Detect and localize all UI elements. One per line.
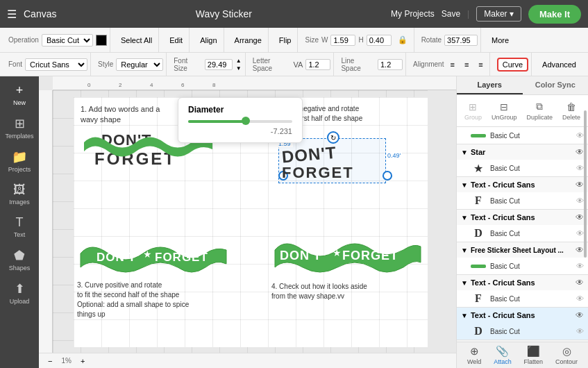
color-swatch[interactable] xyxy=(96,35,107,46)
arrange-button[interactable]: Arrange xyxy=(231,34,265,47)
chevron-down-icon-f1: ▼ xyxy=(461,181,468,189)
diameter-slider-thumb[interactable] xyxy=(242,117,250,125)
my-projects-button[interactable]: My Projects xyxy=(391,9,435,19)
maker-button[interactable]: Maker ▾ xyxy=(476,6,521,22)
layer-group-header-sticker[interactable]: ▼ Free Sticker Sheet Layout ... 👁 xyxy=(457,242,588,258)
eye-icon-d2-item[interactable]: 👁 xyxy=(576,327,584,335)
layer-item-basic-cut-0[interactable]: Basic Cut 👁 xyxy=(457,127,588,144)
font-size-up-button[interactable]: ▲ xyxy=(235,57,242,64)
sidebar-item-images[interactable]: 🖼 Images xyxy=(0,178,39,210)
layer-item-d2[interactable]: D Basic Cut 👁 xyxy=(457,323,588,340)
contour-button[interactable]: ◎ Contour xyxy=(551,344,582,367)
canvas-bottom-bar: − 1% + xyxy=(39,353,456,368)
eye-icon-f1[interactable]: 👁 xyxy=(576,180,584,190)
layer-name-sticker: Basic Cut xyxy=(490,262,572,270)
menu-icon[interactable]: ☰ xyxy=(7,8,17,21)
eye-icon-d1[interactable]: 👁 xyxy=(576,212,584,222)
layer-group-header-f1[interactable]: ▼ Text - Cricut Sans 👁 xyxy=(457,177,588,192)
layer-item-sticker[interactable]: Basic Cut 👁 xyxy=(457,258,588,274)
sidebar-item-new[interactable]: + New xyxy=(0,79,39,110)
flip-button[interactable]: Flip xyxy=(276,34,295,47)
eye-icon-f2-item[interactable]: 👁 xyxy=(576,294,584,303)
layer-group-header-d1[interactable]: ▼ Text - Cricut Sans 👁 xyxy=(457,210,588,225)
align-group: Align xyxy=(194,28,224,52)
font-size-input[interactable] xyxy=(205,59,233,70)
layer-group-header-star[interactable]: ▼ Star 👁 xyxy=(457,144,588,160)
shapes-icon: ⬟ xyxy=(14,248,25,263)
layer-thumb-star: ★ xyxy=(471,162,486,174)
curve-button[interactable]: Curve xyxy=(497,58,528,72)
weld-button[interactable]: ⊕ Weld xyxy=(463,344,485,367)
eye-icon-f2[interactable]: 👁 xyxy=(576,278,584,287)
style-select[interactable]: Regular xyxy=(116,58,163,71)
zoom-in-button[interactable]: + xyxy=(77,355,88,367)
ungroup-button[interactable]: ⊟ UnGroup xyxy=(489,100,520,122)
eye-icon-sticker[interactable]: 👁 xyxy=(576,245,584,255)
eye-icon-star[interactable]: 👁 xyxy=(576,147,584,157)
layers-scrollbar[interactable] xyxy=(584,127,587,258)
duplicate-button[interactable]: ⧉ Duplicate xyxy=(523,99,555,122)
align-button[interactable]: Align xyxy=(196,34,220,47)
align-left-button[interactable]: ≡ xyxy=(446,58,457,71)
select-all-button[interactable]: Select All xyxy=(117,34,156,47)
flatten-button[interactable]: ⬛ Flatten xyxy=(520,344,548,367)
sidebar-item-label: New xyxy=(13,99,26,106)
font-select[interactable]: Cricut Sans xyxy=(25,58,87,71)
letter-space-va: VA xyxy=(294,60,303,69)
align-right-button[interactable]: ≡ xyxy=(475,58,486,71)
more-button[interactable]: More xyxy=(488,34,512,47)
tab-color-sync[interactable]: Color Sync xyxy=(523,76,589,94)
canvas-area[interactable]: 0 2 4 6 8 1. Add two words and a wavy sh… xyxy=(39,76,456,368)
group-button[interactable]: ⊞ Group xyxy=(462,100,485,122)
rotate-input[interactable] xyxy=(444,35,478,46)
rotate-label: Rotate xyxy=(421,36,442,44)
font-size-down-button[interactable]: ▼ xyxy=(235,65,242,72)
eye-icon-d2[interactable]: 👁 xyxy=(576,310,584,320)
chevron-down-icon-d1: ▼ xyxy=(461,214,468,221)
layer-group-header-d2[interactable]: ▼ Text - Cricut Sans 👁 xyxy=(457,308,588,323)
size-h-input[interactable] xyxy=(367,35,392,46)
scale-handle-br[interactable] xyxy=(383,171,392,181)
layer-item-f1[interactable]: F Basic Cut 👁 xyxy=(457,192,588,209)
line-space-input[interactable] xyxy=(378,59,403,70)
layer-item-f2[interactable]: F Basic Cut 👁 xyxy=(457,290,588,307)
attach-button[interactable]: 📎 Attach xyxy=(489,344,516,367)
eye-icon-d1-item[interactable]: 👁 xyxy=(576,229,584,237)
edit-button[interactable]: Edit xyxy=(166,34,186,47)
letter-space-label: Letter Space xyxy=(253,57,291,72)
svg-rect-7 xyxy=(471,265,486,268)
sidebar-item-templates[interactable]: ⊞ Templates xyxy=(0,112,39,144)
advanced-button[interactable]: Advanced xyxy=(539,58,580,71)
sidebar-item-projects[interactable]: 📁 Projects xyxy=(0,145,39,177)
layer-group-header-f2[interactable]: ▼ Text - Cricut Sans 👁 xyxy=(457,275,588,290)
lock-aspect-button[interactable]: 🔒 xyxy=(394,33,411,47)
align-center-button[interactable]: ≡ xyxy=(461,58,472,71)
rotate-handle[interactable]: ↻ xyxy=(327,131,339,144)
sidebar-item-shapes[interactable]: ⬟ Shapes xyxy=(0,244,39,276)
operation-select[interactable]: Basic Cut xyxy=(42,34,93,47)
sidebar-item-text[interactable]: T Text xyxy=(0,211,39,242)
right-panel: Layers Color Sync ⊞ Group ⊟ UnGroup ⧉ Du… xyxy=(456,76,588,368)
eye-icon-star-item[interactable]: 👁 xyxy=(576,164,584,172)
layer-eye-0[interactable]: 👁 xyxy=(576,131,584,140)
sidebar-item-upload[interactable]: ⬆ Upload xyxy=(0,277,39,309)
sidebar-item-label: Text xyxy=(14,231,26,238)
layer-item-d1[interactable]: D Basic Cut 👁 xyxy=(457,225,588,242)
zoom-out-button[interactable]: − xyxy=(44,355,56,367)
size-w-input[interactable] xyxy=(330,35,355,46)
layer-item-star-basic-cut[interactable]: ★ Basic Cut 👁 xyxy=(457,160,588,176)
letter-space-input[interactable] xyxy=(305,59,330,70)
delete-button[interactable]: 🗑 Delete xyxy=(560,100,583,122)
eye-icon-sticker-item[interactable]: 👁 xyxy=(576,262,584,270)
layer-group-sticker: ▼ Free Sticker Sheet Layout ... 👁 Basic … xyxy=(457,242,588,275)
tab-layers[interactable]: Layers xyxy=(457,76,523,94)
main-area: + New ⊞ Templates 📁 Projects 🖼 Images T … xyxy=(0,76,588,368)
size-group: Size W H 🔒 xyxy=(302,28,414,52)
step4-area: DON'T ★ FORGET 4. Check out how it looks… xyxy=(271,229,424,301)
eye-icon-f1-item[interactable]: 👁 xyxy=(576,196,584,205)
attach-icon: 📎 xyxy=(496,345,509,358)
star-group-name: Star xyxy=(471,148,573,156)
new-icon: + xyxy=(16,83,24,98)
save-button[interactable]: Save xyxy=(442,9,460,19)
makeit-button[interactable]: Make It xyxy=(528,5,581,24)
